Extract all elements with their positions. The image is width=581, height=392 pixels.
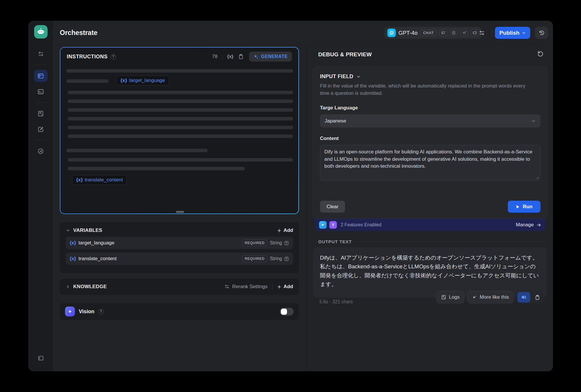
gauge-icon [37,148,44,155]
restart-button[interactable] [536,50,544,57]
input-field-card: INPUT FIELD Fill in the value of the var… [313,66,548,219]
document-capability-icon [450,29,458,36]
plus-icon [277,228,281,233]
resize-handle[interactable] [176,211,184,213]
version-history-button[interactable] [535,27,548,39]
variable-row[interactable]: {x} target_language REQUIRED String [66,237,293,249]
copy-output-button[interactable] [532,292,542,302]
resize-corner-icon[interactable] [535,176,539,179]
variable-chip-target-language[interactable]: {x} target_language [116,76,169,85]
speaker-button[interactable] [517,292,530,302]
variable-chip-translate-content[interactable]: {x} translate_content [72,175,127,185]
vision-label: Vision [79,309,94,315]
language-select[interactable]: Japanese [320,114,540,127]
sidebar-item-settings[interactable] [34,48,48,60]
edit-icon [37,126,44,133]
sidebar-item-logs[interactable] [34,107,48,120]
insert-variable-button[interactable]: {x} [227,54,233,59]
content-textarea[interactable]: Dify is an open-source platform for buil… [320,145,540,181]
output-text: Difyは、AIアプリケーションを構築するためのオープンソースプラットフォームで… [320,253,540,289]
help-icon[interactable]: ? [98,309,104,314]
char-count: 78 [212,54,218,60]
vision-capability-icon [439,29,447,36]
header-divider [53,45,553,45]
chevron-down-icon[interactable] [356,74,361,79]
manage-features-button[interactable]: Manage [516,222,541,228]
audio-actions [517,291,543,303]
help-icon[interactable]: ? [111,54,116,60]
generate-feature-icon [319,221,327,229]
sidebar [28,21,53,371]
sparkles-icon [472,295,477,300]
chevron-right-icon[interactable] [66,284,70,289]
vision-toggle[interactable] [280,308,294,316]
sidebar-item-annotations[interactable] [34,123,48,135]
robot-icon [37,28,45,36]
instructions-panel: INSTRUCTIONS ? 78 {x} GENERATE [60,47,299,214]
features-enabled-text: 2 Features Enabled [341,222,382,228]
speaker-icon [521,294,527,300]
sidebar-divider [35,102,46,103]
more-like-this-button[interactable]: More like this [467,291,514,303]
play-icon [516,205,520,209]
string-type-icon [284,256,289,261]
chevron-down-icon[interactable] [66,228,70,233]
document-list-icon [37,110,44,117]
debug-preview-title: DEBUG & PREVIEW [318,51,372,58]
clear-button[interactable]: Clear [320,201,345,213]
input-field-title: INPUT FIELD [320,74,353,80]
publish-button[interactable]: Publish [495,27,530,39]
rerank-settings-button[interactable]: Rerank Settings [224,284,267,290]
knowledge-title: KNOWLEDGE [73,284,107,290]
model-name: GPT-4o [398,30,417,36]
sidebar-divider [35,65,46,65]
text-to-speech-feature-icon: T [329,221,337,229]
prompt-line [68,126,293,129]
refresh-icon [536,50,544,57]
content-field-label: Content [320,136,540,141]
prompt-line [68,99,293,103]
prompt-line [68,158,293,162]
history-icon [538,30,545,36]
string-type-icon [284,241,289,246]
required-badge: REQUIRED [242,239,267,246]
terminal-icon [37,88,44,95]
prompt-line [66,149,208,152]
language-field-label: Targe Language [320,105,540,111]
instructions-editor[interactable]: INSTRUCTIONS ? 78 {x} GENERATE [60,48,298,214]
collapse-sidebar-button[interactable] [34,352,48,364]
logs-button[interactable]: Logs [436,291,464,303]
page-title: Orchestrate [60,29,97,37]
features-bar: T 2 Features Enabled Manage [315,219,545,231]
add-variable-button[interactable]: Add [277,228,293,233]
toolbar-separator [222,54,223,60]
add-knowledge-button[interactable]: Add [277,284,293,290]
vision-section: Vision ? [60,303,299,320]
required-badge: REQUIRED [242,255,267,262]
output-divider [356,242,546,242]
logs-icon [441,295,446,300]
sidebar-item-orchestrate[interactable] [34,70,48,82]
run-button[interactable]: Run [508,201,540,213]
model-selector[interactable]: GPT-4o CHAT [384,27,482,39]
prompt-line [66,69,293,73]
plus-icon [277,285,281,289]
knowledge-section: KNOWLEDGE Rerank Settings Add [60,279,299,295]
sidebar-divider [35,140,46,140]
panel-divider [306,45,307,371]
prompt-line [68,167,245,170]
collapse-sidebar-icon [38,355,44,361]
model-parameters-button[interactable] [475,27,488,39]
app-logo[interactable] [34,25,48,38]
prompt-line [68,117,293,120]
copy-button[interactable] [238,54,244,60]
generate-button[interactable]: GENERATE [249,52,292,62]
sidebar-item-monitoring[interactable] [34,145,48,157]
sidebar-item-api[interactable] [34,85,48,98]
prompt-line [68,91,293,94]
header-separator [491,29,492,36]
sparkles-icon [253,54,259,59]
toggle-knob [281,309,287,315]
openai-logo-icon [387,29,396,37]
variable-row[interactable]: {x} translate_content REQUIRED String [66,253,293,265]
